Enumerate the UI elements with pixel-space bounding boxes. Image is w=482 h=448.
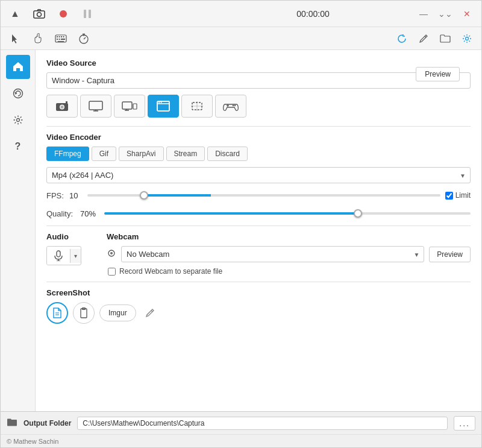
audio-btn-row: ▾ (46, 246, 81, 265)
audio-dropdown-button[interactable]: ▾ (70, 249, 81, 263)
source-gamepad-btn[interactable] (215, 95, 246, 118)
quality-slider[interactable] (104, 212, 471, 215)
content-inner: Preview Video Source (46, 58, 471, 324)
fps-slider[interactable] (87, 194, 440, 197)
svg-rect-13 (58, 41, 64, 42)
svg-line-16 (84, 37, 86, 39)
screenshot-file-button[interactable] (46, 302, 68, 324)
enc-tab-discard[interactable]: Discard (207, 147, 248, 161)
sidebar-item-history[interactable] (6, 81, 30, 106)
close-button[interactable]: ✕ (459, 5, 475, 22)
svg-rect-52 (81, 309, 87, 318)
source-region-btn[interactable] (181, 95, 213, 118)
video-encoder-title: Video Encoder (46, 133, 471, 142)
svg-rect-44 (57, 251, 60, 257)
enc-tab-sharpavi[interactable]: SharpAvi (119, 147, 163, 161)
svg-rect-11 (59, 39, 60, 40)
svg-point-36 (161, 102, 162, 103)
toolbar2 (1, 27, 481, 50)
svg-rect-12 (61, 39, 65, 40)
cursor-icon[interactable] (7, 30, 23, 47)
timer-display: 00:00:00 (211, 9, 415, 19)
pause-button[interactable] (79, 5, 96, 22)
svg-point-35 (158, 102, 160, 103)
hand-icon[interactable] (30, 30, 46, 47)
svg-point-1 (37, 12, 42, 16)
webcam-preview-button[interactable]: Preview (429, 247, 471, 262)
fps-label: FPS: (46, 191, 64, 200)
source-desktop-full-btn[interactable] (80, 95, 111, 118)
fps-limit-checkbox[interactable] (445, 192, 453, 200)
webcam-icon (107, 249, 116, 259)
fps-limit-check: Limit (445, 191, 471, 200)
svg-point-19 (466, 37, 469, 40)
sidebar-item-settings[interactable] (6, 108, 30, 132)
webcam-select-wrap: No Webcam Camera 1 Camera 2 (121, 246, 424, 262)
sidebar-item-help[interactable]: ? (6, 134, 30, 159)
webcam-select[interactable]: No Webcam Camera 1 Camera 2 (121, 246, 424, 262)
sidebar-item-home[interactable] (6, 55, 30, 79)
enc-tab-stream[interactable]: Stream (166, 147, 205, 161)
source-icons (46, 95, 471, 118)
format-select-row: Mp4 (x264 | AAC) Mp4 (x265) Avi Mkv WebM (46, 167, 471, 183)
settings-icon[interactable] (459, 30, 475, 47)
toolbar2-left (7, 30, 92, 47)
keyboard-icon[interactable] (52, 30, 69, 47)
enc-tab-ffmpeg[interactable]: FFmpeg (46, 147, 89, 161)
imgur-button[interactable]: Imgur (99, 304, 136, 321)
minimize-button[interactable]: — (415, 5, 432, 22)
webcam-checkbox-row: Record Webcam to separate file (108, 267, 471, 276)
divider-2 (46, 226, 471, 226)
encoder-tabs: FFmpeg Gif SharpAvi Stream Discard (46, 147, 471, 161)
quality-label: Quality: (46, 209, 75, 218)
quality-value: 70% (80, 209, 99, 218)
webcam-select-row: No Webcam Camera 1 Camera 2 Preview (107, 246, 471, 262)
video-source-input[interactable] (46, 72, 471, 89)
svg-rect-4 (89, 10, 91, 18)
svg-point-48 (110, 252, 113, 254)
up-button[interactable]: ▲ (7, 5, 23, 22)
source-window-btn[interactable] (148, 95, 179, 118)
source-monitor-btn[interactable] (114, 95, 145, 118)
svg-point-20 (13, 89, 22, 98)
pen-icon[interactable] (415, 30, 432, 47)
output-folder-label: Output Folder (23, 419, 71, 427)
timer-icon[interactable] (75, 30, 92, 47)
svg-rect-29 (122, 102, 132, 109)
preview-top-button[interactable]: Preview (416, 67, 460, 81)
svg-rect-7 (59, 36, 60, 37)
divider-3 (46, 282, 471, 282)
folder-icon[interactable] (437, 30, 454, 47)
screenshot-section: ScreenShot (46, 288, 471, 324)
screenshot-pen-button[interactable] (141, 304, 159, 322)
audio-title: Audio (46, 232, 95, 241)
svg-rect-10 (57, 39, 58, 40)
svg-point-43 (234, 105, 236, 106)
fps-value: 10 (69, 191, 83, 200)
toolbar2-right (393, 30, 475, 47)
expand-button[interactable]: ⌄⌄ (437, 5, 454, 22)
bottombar: Output Folder ... (1, 411, 481, 434)
svg-point-2 (60, 10, 67, 17)
audio-mic-button[interactable] (47, 247, 70, 265)
output-more-button[interactable]: ... (454, 416, 475, 431)
format-select[interactable]: Mp4 (x264 | AAC) Mp4 (x265) Avi Mkv WebM (46, 167, 471, 183)
screenshot-clipboard-button[interactable] (73, 302, 95, 324)
refresh-icon[interactable] (393, 30, 410, 47)
source-camera-btn[interactable] (46, 95, 78, 118)
quality-row: Quality: 70% (46, 207, 471, 219)
output-path-input[interactable] (77, 417, 448, 430)
svg-rect-3 (84, 10, 86, 18)
svg-line-18 (425, 36, 426, 37)
camera-button[interactable] (31, 5, 48, 22)
audio-section: Audio ▾ (46, 232, 95, 276)
video-source-title: Video Source (46, 58, 471, 68)
enc-tab-gif[interactable]: Gif (92, 147, 116, 161)
fps-limit-label: Limit (455, 191, 471, 200)
svg-rect-6 (57, 36, 58, 37)
screenshot-title: ScreenShot (46, 288, 471, 297)
record-button[interactable] (55, 5, 72, 22)
content-area: Preview Video Source (36, 50, 481, 411)
webcam-separate-file-checkbox[interactable] (108, 268, 116, 276)
audio-webcam-row: Audio ▾ (46, 232, 471, 276)
